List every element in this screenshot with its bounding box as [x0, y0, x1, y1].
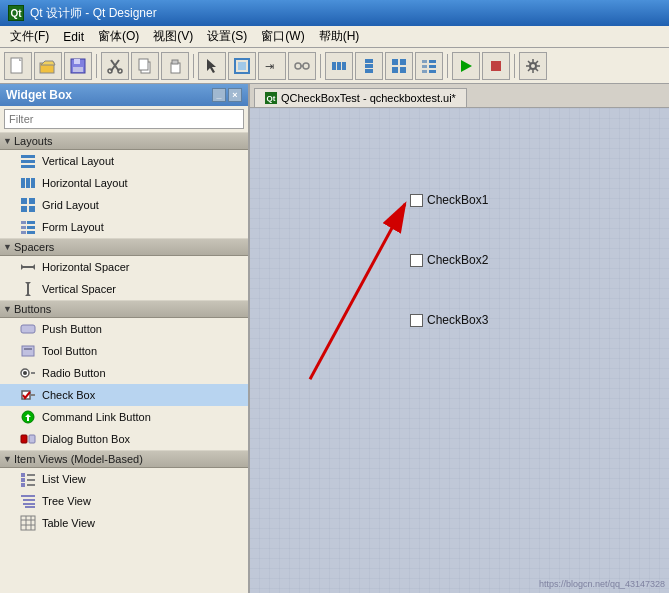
toolbar-sep-3 — [320, 54, 321, 78]
item-label-form-layout: Form Layout — [42, 221, 104, 233]
item-label-dialog-button-box: Dialog Button Box — [42, 433, 130, 445]
menu-form[interactable]: 窗体(O) — [92, 26, 145, 47]
filter-input[interactable] — [4, 109, 244, 129]
item-tool-button[interactable]: Tool Button — [0, 340, 248, 362]
item-list-view[interactable]: List View — [0, 468, 248, 490]
category-item-views[interactable]: ▼ Item Views (Model-Based) — [0, 450, 248, 468]
svg-rect-28 — [400, 59, 406, 65]
svg-rect-62 — [21, 325, 35, 333]
toolbar-new[interactable] — [4, 52, 32, 80]
svg-rect-16 — [238, 62, 246, 70]
menu-view[interactable]: 视图(V) — [147, 26, 199, 47]
svg-point-8 — [108, 69, 112, 73]
svg-rect-73 — [29, 435, 35, 443]
item-radio-button[interactable]: Radio Button — [0, 362, 248, 384]
canvas-checkbox-2-label: CheckBox2 — [427, 253, 488, 267]
svg-rect-49 — [29, 206, 35, 212]
toolbar-pointer[interactable] — [198, 52, 226, 80]
toolbar-vlayout[interactable] — [355, 52, 383, 80]
item-form-layout[interactable]: Form Layout — [0, 216, 248, 238]
toolbar-stop[interactable] — [482, 52, 510, 80]
widget-list: ▼ Layouts Vertical Layout Horizontal Lay… — [0, 132, 248, 593]
category-label-buttons: Buttons — [14, 303, 51, 315]
menu-window[interactable]: 窗口(W) — [255, 26, 310, 47]
canvas-checkbox-1[interactable]: CheckBox1 — [410, 193, 488, 207]
toolbar-save[interactable] — [64, 52, 92, 80]
svg-rect-31 — [422, 60, 427, 63]
svg-rect-40 — [21, 155, 35, 158]
toolbar-copy[interactable] — [131, 52, 159, 80]
item-command-link-button[interactable]: Command Link Button — [0, 406, 248, 428]
toolbar-glayout[interactable] — [385, 52, 413, 80]
item-vertical-spacer[interactable]: Vertical Spacer — [0, 278, 248, 300]
menu-help[interactable]: 帮助(H) — [313, 26, 366, 47]
toolbar-sep-4 — [447, 54, 448, 78]
canvas-checkbox-2-box[interactable] — [410, 254, 423, 267]
canvas-checkbox-3-box[interactable] — [410, 314, 423, 327]
category-arrow-item-views: ▼ — [3, 454, 12, 464]
svg-rect-50 — [21, 221, 26, 224]
svg-rect-36 — [429, 70, 436, 73]
toolbar-open[interactable] — [34, 52, 62, 80]
arrow-overlay — [250, 108, 669, 593]
menu-settings[interactable]: 设置(S) — [201, 26, 253, 47]
svg-rect-79 — [27, 484, 35, 486]
item-vertical-layout[interactable]: Vertical Layout — [0, 150, 248, 172]
item-dialog-button-box[interactable]: Dialog Button Box — [0, 428, 248, 450]
hlayout-icon — [20, 175, 36, 191]
canvas-checkbox-1-box[interactable] — [410, 194, 423, 207]
svg-rect-75 — [27, 474, 35, 476]
svg-rect-45 — [31, 178, 35, 188]
toolbar-preview[interactable] — [452, 52, 480, 80]
toolbar-tab-order[interactable]: ⇥ — [258, 52, 286, 80]
widget-box: Widget Box _ × ▼ Layouts Vertical Layout — [0, 84, 250, 593]
svg-rect-35 — [422, 70, 427, 73]
widget-box-minimize[interactable]: _ — [212, 88, 226, 102]
svg-point-9 — [118, 69, 122, 73]
item-push-button[interactable]: Push Button — [0, 318, 248, 340]
widget-box-close[interactable]: × — [228, 88, 242, 102]
toolbar-flayout[interactable] — [415, 52, 443, 80]
canvas-checkbox-3[interactable]: CheckBox3 — [410, 313, 488, 327]
svg-line-90 — [310, 204, 405, 379]
menu-file[interactable]: 文件(F) — [4, 26, 55, 47]
title-text: Qt 设计师 - Qt Designer — [30, 5, 157, 22]
menu-edit[interactable]: Edit — [57, 28, 90, 46]
svg-rect-21 — [332, 62, 336, 70]
canvas-tab-bar: Qt QCheckBoxTest - qcheckboxtest.ui* — [250, 84, 669, 108]
listview-icon — [20, 471, 36, 487]
canvas-checkbox-2[interactable]: CheckBox2 — [410, 253, 488, 267]
vlayout-icon — [20, 153, 36, 169]
svg-rect-5 — [73, 67, 83, 72]
canvas-content[interactable]: CheckBox1 CheckBox2 CheckBox3 — [250, 108, 669, 593]
item-check-box[interactable]: Check Box — [0, 384, 248, 406]
toolbar-hlayout[interactable] — [325, 52, 353, 80]
item-horizontal-spacer[interactable]: Horizontal Spacer — [0, 256, 248, 278]
toolbar-cut[interactable] — [101, 52, 129, 80]
pushbtn-icon — [20, 321, 36, 337]
toolbar-configure[interactable] — [519, 52, 547, 80]
svg-rect-43 — [21, 178, 25, 188]
toolbar-paste[interactable] — [161, 52, 189, 80]
toolbar: ⇥ — [0, 48, 669, 84]
category-arrow-layouts: ▼ — [3, 136, 12, 146]
canvas-tab-label: QCheckBoxTest - qcheckboxtest.ui* — [281, 92, 456, 104]
item-grid-layout[interactable]: Grid Layout — [0, 194, 248, 216]
item-horizontal-layout[interactable]: Horizontal Layout — [0, 172, 248, 194]
toolbar-sep-2 — [193, 54, 194, 78]
toolbar-widget[interactable] — [228, 52, 256, 80]
item-label-radio-button: Radio Button — [42, 367, 106, 379]
category-buttons[interactable]: ▼ Buttons — [0, 300, 248, 318]
item-label-tool-button: Tool Button — [42, 345, 97, 357]
toolbar-buddy[interactable] — [288, 52, 316, 80]
item-table-view[interactable]: Table View — [0, 512, 248, 534]
item-label-list-view: List View — [42, 473, 86, 485]
svg-rect-82 — [23, 503, 35, 505]
svg-rect-24 — [365, 59, 373, 63]
category-spacers[interactable]: ▼ Spacers — [0, 238, 248, 256]
canvas-tab[interactable]: Qt QCheckBoxTest - qcheckboxtest.ui* — [254, 88, 467, 107]
item-tree-view[interactable]: Tree View — [0, 490, 248, 512]
svg-rect-25 — [365, 64, 373, 68]
category-layouts[interactable]: ▼ Layouts — [0, 132, 248, 150]
svg-point-66 — [23, 371, 27, 375]
